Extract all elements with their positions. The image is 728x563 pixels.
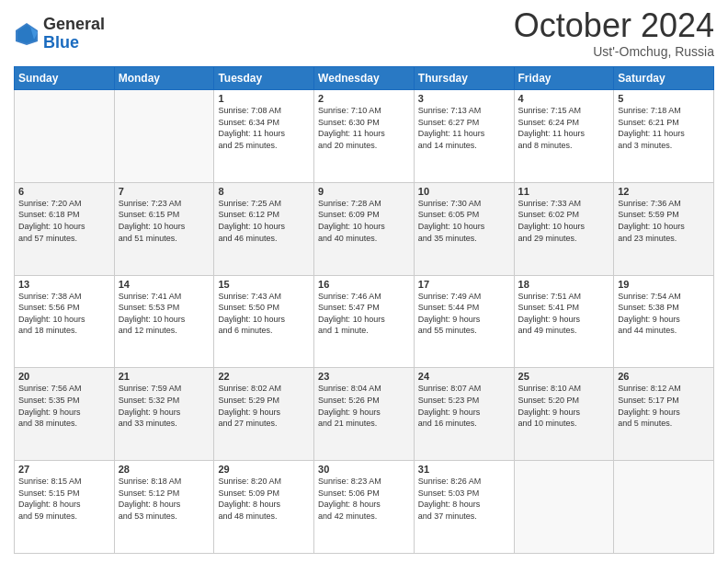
day-number: 15 — [218, 279, 310, 290]
cell-daylight-info: Sunrise: 7:41 AM Sunset: 5:53 PM Dayligh… — [119, 291, 210, 337]
logo-icon — [14, 21, 40, 47]
day-number: 1 — [218, 93, 310, 104]
cell-daylight-info: Sunrise: 8:07 AM Sunset: 5:23 PM Dayligh… — [418, 383, 510, 429]
cell-daylight-info: Sunrise: 7:30 AM Sunset: 6:05 PM Dayligh… — [418, 198, 510, 244]
page: General Blue October 2024 Ust'-Omchug, R… — [0, 0, 728, 563]
cell-daylight-info: Sunrise: 7:59 AM Sunset: 5:32 PM Dayligh… — [119, 383, 210, 429]
calendar-cell: 22Sunrise: 8:02 AM Sunset: 5:29 PM Dayli… — [214, 368, 314, 461]
header: General Blue October 2024 Ust'-Omchug, R… — [14, 9, 714, 59]
day-number: 7 — [119, 186, 210, 197]
calendar-cell: 13Sunrise: 7:38 AM Sunset: 5:56 PM Dayli… — [15, 275, 115, 368]
logo: General Blue — [14, 16, 105, 52]
day-number: 14 — [119, 279, 210, 290]
calendar-cell: 26Sunrise: 8:12 AM Sunset: 5:17 PM Dayli… — [614, 368, 714, 461]
day-number: 13 — [18, 279, 110, 290]
calendar-cell: 3Sunrise: 7:13 AM Sunset: 6:27 PM Daylig… — [414, 90, 514, 183]
cell-daylight-info: Sunrise: 7:36 AM Sunset: 5:59 PM Dayligh… — [618, 198, 710, 244]
calendar-cell: 19Sunrise: 7:54 AM Sunset: 5:38 PM Dayli… — [614, 275, 714, 368]
day-number: 30 — [318, 464, 410, 475]
day-number: 6 — [18, 186, 110, 197]
day-number: 31 — [418, 464, 510, 475]
day-number: 27 — [18, 464, 110, 475]
day-number: 9 — [318, 186, 410, 197]
cell-daylight-info: Sunrise: 8:02 AM Sunset: 5:29 PM Dayligh… — [218, 383, 310, 429]
day-number: 2 — [318, 93, 410, 104]
cell-daylight-info: Sunrise: 8:04 AM Sunset: 5:26 PM Dayligh… — [318, 383, 410, 429]
weekday-header-friday: Friday — [514, 67, 614, 90]
calendar-cell — [15, 90, 115, 183]
calendar-cell: 17Sunrise: 7:49 AM Sunset: 5:44 PM Dayli… — [414, 275, 514, 368]
weekday-header-tuesday: Tuesday — [214, 67, 314, 90]
cell-daylight-info: Sunrise: 8:23 AM Sunset: 5:06 PM Dayligh… — [318, 476, 410, 522]
cell-daylight-info: Sunrise: 8:20 AM Sunset: 5:09 PM Dayligh… — [218, 476, 310, 522]
calendar-cell — [614, 461, 714, 554]
calendar-cell — [114, 90, 214, 183]
calendar-cell: 25Sunrise: 8:10 AM Sunset: 5:20 PM Dayli… — [514, 368, 614, 461]
day-number: 26 — [618, 371, 710, 382]
logo-general: General — [43, 16, 105, 34]
weekday-header-row: SundayMondayTuesdayWednesdayThursdayFrid… — [15, 67, 714, 90]
cell-daylight-info: Sunrise: 8:10 AM Sunset: 5:20 PM Dayligh… — [518, 383, 610, 429]
day-number: 22 — [218, 371, 310, 382]
calendar-cell — [514, 461, 614, 554]
calendar-cell: 4Sunrise: 7:15 AM Sunset: 6:24 PM Daylig… — [514, 90, 614, 183]
calendar-cell: 2Sunrise: 7:10 AM Sunset: 6:30 PM Daylig… — [314, 90, 415, 183]
calendar-cell: 21Sunrise: 7:59 AM Sunset: 5:32 PM Dayli… — [114, 368, 214, 461]
calendar-cell: 23Sunrise: 8:04 AM Sunset: 5:26 PM Dayli… — [314, 368, 415, 461]
cell-daylight-info: Sunrise: 7:08 AM Sunset: 6:34 PM Dayligh… — [218, 105, 310, 151]
cell-daylight-info: Sunrise: 7:13 AM Sunset: 6:27 PM Dayligh… — [418, 105, 510, 151]
cell-daylight-info: Sunrise: 7:10 AM Sunset: 6:30 PM Dayligh… — [318, 105, 410, 151]
calendar-cell: 30Sunrise: 8:23 AM Sunset: 5:06 PM Dayli… — [314, 461, 415, 554]
day-number: 5 — [618, 93, 710, 104]
calendar-week-4: 20Sunrise: 7:56 AM Sunset: 5:35 PM Dayli… — [15, 368, 714, 461]
calendar-cell: 11Sunrise: 7:33 AM Sunset: 6:02 PM Dayli… — [514, 182, 614, 275]
calendar-cell: 31Sunrise: 8:26 AM Sunset: 5:03 PM Dayli… — [414, 461, 514, 554]
cell-daylight-info: Sunrise: 7:20 AM Sunset: 6:18 PM Dayligh… — [18, 198, 110, 244]
calendar-cell: 12Sunrise: 7:36 AM Sunset: 5:59 PM Dayli… — [614, 182, 714, 275]
calendar-cell: 27Sunrise: 8:15 AM Sunset: 5:15 PM Dayli… — [15, 461, 115, 554]
day-number: 8 — [218, 186, 310, 197]
day-number: 17 — [418, 279, 510, 290]
cell-daylight-info: Sunrise: 7:23 AM Sunset: 6:15 PM Dayligh… — [119, 198, 210, 244]
weekday-header-saturday: Saturday — [614, 67, 714, 90]
cell-daylight-info: Sunrise: 7:28 AM Sunset: 6:09 PM Dayligh… — [318, 198, 410, 244]
calendar-cell: 5Sunrise: 7:18 AM Sunset: 6:21 PM Daylig… — [614, 90, 714, 183]
cell-daylight-info: Sunrise: 7:51 AM Sunset: 5:41 PM Dayligh… — [518, 291, 610, 337]
calendar-cell: 10Sunrise: 7:30 AM Sunset: 6:05 PM Dayli… — [414, 182, 514, 275]
cell-daylight-info: Sunrise: 8:12 AM Sunset: 5:17 PM Dayligh… — [618, 383, 710, 429]
calendar-week-2: 6Sunrise: 7:20 AM Sunset: 6:18 PM Daylig… — [15, 182, 714, 275]
calendar-cell: 1Sunrise: 7:08 AM Sunset: 6:34 PM Daylig… — [214, 90, 314, 183]
day-number: 28 — [119, 464, 210, 475]
cell-daylight-info: Sunrise: 7:38 AM Sunset: 5:56 PM Dayligh… — [18, 291, 110, 337]
cell-daylight-info: Sunrise: 8:18 AM Sunset: 5:12 PM Dayligh… — [119, 476, 210, 522]
cell-daylight-info: Sunrise: 7:15 AM Sunset: 6:24 PM Dayligh… — [518, 105, 610, 151]
calendar-cell: 15Sunrise: 7:43 AM Sunset: 5:50 PM Dayli… — [214, 275, 314, 368]
day-number: 16 — [318, 279, 410, 290]
calendar-cell: 6Sunrise: 7:20 AM Sunset: 6:18 PM Daylig… — [15, 182, 115, 275]
day-number: 21 — [119, 371, 210, 382]
day-number: 19 — [618, 279, 710, 290]
weekday-header-sunday: Sunday — [15, 67, 115, 90]
day-number: 11 — [518, 186, 610, 197]
day-number: 4 — [518, 93, 610, 104]
calendar-cell: 28Sunrise: 8:18 AM Sunset: 5:12 PM Dayli… — [114, 461, 214, 554]
weekday-header-thursday: Thursday — [414, 67, 514, 90]
cell-daylight-info: Sunrise: 7:33 AM Sunset: 6:02 PM Dayligh… — [518, 198, 610, 244]
calendar-cell: 8Sunrise: 7:25 AM Sunset: 6:12 PM Daylig… — [214, 182, 314, 275]
title-block: October 2024 Ust'-Omchug, Russia — [514, 9, 714, 59]
logo-blue: Blue — [43, 34, 105, 52]
cell-daylight-info: Sunrise: 8:15 AM Sunset: 5:15 PM Dayligh… — [18, 476, 110, 522]
logo-text: General Blue — [43, 16, 105, 52]
calendar-cell: 20Sunrise: 7:56 AM Sunset: 5:35 PM Dayli… — [15, 368, 115, 461]
day-number: 20 — [18, 371, 110, 382]
day-number: 25 — [518, 371, 610, 382]
calendar-week-3: 13Sunrise: 7:38 AM Sunset: 5:56 PM Dayli… — [15, 275, 714, 368]
cell-daylight-info: Sunrise: 7:18 AM Sunset: 6:21 PM Dayligh… — [618, 105, 710, 151]
day-number: 24 — [418, 371, 510, 382]
day-number: 10 — [418, 186, 510, 197]
cell-daylight-info: Sunrise: 7:43 AM Sunset: 5:50 PM Dayligh… — [218, 291, 310, 337]
day-number: 3 — [418, 93, 510, 104]
calendar-cell: 29Sunrise: 8:20 AM Sunset: 5:09 PM Dayli… — [214, 461, 314, 554]
day-number: 12 — [618, 186, 710, 197]
cell-daylight-info: Sunrise: 7:46 AM Sunset: 5:47 PM Dayligh… — [318, 291, 410, 337]
